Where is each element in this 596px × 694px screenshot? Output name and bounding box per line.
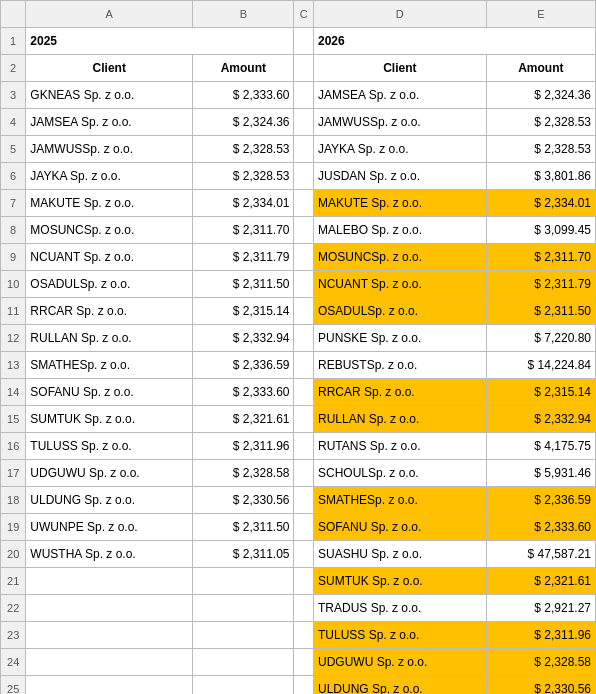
left-client-cell: MOSUNCSp. z o.o. (26, 217, 193, 244)
spacer (294, 217, 314, 244)
spacer (294, 379, 314, 406)
table-row: 12RULLAN Sp. z o.o.$ 2,332.94PUNSKE Sp. … (1, 325, 596, 352)
table-row: 4JAMSEA Sp. z o.o.$ 2,324.36JAMWUSSp. z … (1, 109, 596, 136)
left-amount-cell: $ 2,311.50 (193, 271, 294, 298)
right-client-cell: JAYKA Sp. z o.o. (313, 136, 486, 163)
table-row: 15SUMTUK Sp. z o.o.$ 2,321.61RULLAN Sp. … (1, 406, 596, 433)
left-amount-cell: $ 2,328.53 (193, 136, 294, 163)
right-amount-cell: $ 2,330.56 (486, 676, 595, 695)
row-num: 24 (1, 649, 26, 676)
right-client-cell: MOSUNCSp. z o.o. (313, 244, 486, 271)
row-num: 11 (1, 298, 26, 325)
left-amount-cell: $ 2,311.05 (193, 541, 294, 568)
right-amount-cell: $ 2,333.60 (486, 514, 595, 541)
left-client-cell: TULUSS Sp. z o.o. (26, 433, 193, 460)
spacer (294, 622, 314, 649)
right-client-cell: JAMWUSSp. z o.o. (313, 109, 486, 136)
left-amount-cell (193, 568, 294, 595)
right-amount-cell: $ 2,311.70 (486, 244, 595, 271)
col-e-header: E (486, 1, 595, 28)
table-row: 6JAYKA Sp. z o.o.$ 2,328.53JUSDAN Sp. z … (1, 163, 596, 190)
right-client-cell: NCUANT Sp. z o.o. (313, 271, 486, 298)
right-client-cell: TRADUS Sp. z o.o. (313, 595, 486, 622)
table-row: 9NCUANT Sp. z o.o.$ 2,311.79MOSUNCSp. z … (1, 244, 596, 271)
table-row: 17UDGUWU Sp. z o.o.$ 2,328.58SCHOULSp. z… (1, 460, 596, 487)
right-client-cell: SCHOULSp. z o.o. (313, 460, 486, 487)
right-amount-header: Amount (486, 55, 595, 82)
right-amount-cell: $ 2,328.53 (486, 136, 595, 163)
row-num: 2 (1, 55, 26, 82)
row-num: 5 (1, 136, 26, 163)
right-amount-cell: $ 2,324.36 (486, 82, 595, 109)
left-amount-cell: $ 2,311.70 (193, 217, 294, 244)
right-amount-cell: $ 2,334.01 (486, 190, 595, 217)
col-c-header: C (294, 1, 314, 28)
right-client-cell: SUMTUK Sp. z o.o. (313, 568, 486, 595)
left-client-cell: SUMTUK Sp. z o.o. (26, 406, 193, 433)
spacer (294, 109, 314, 136)
left-client-cell (26, 676, 193, 695)
table-row: 7MAKUTE Sp. z o.o.$ 2,334.01MAKUTE Sp. z… (1, 190, 596, 217)
right-amount-cell: $ 7,220.80 (486, 325, 595, 352)
left-client-cell: UDGUWU Sp. z o.o. (26, 460, 193, 487)
right-client-cell: RULLAN Sp. z o.o. (313, 406, 486, 433)
spacer (294, 325, 314, 352)
row-num: 22 (1, 595, 26, 622)
year-2025-label: 2025 (26, 28, 294, 55)
left-client-cell: RRCAR Sp. z o.o. (26, 298, 193, 325)
right-client-header: Client (313, 55, 486, 82)
spacer (294, 190, 314, 217)
right-client-cell: MALEBO Sp. z o.o. (313, 217, 486, 244)
left-amount-cell: $ 2,330.56 (193, 487, 294, 514)
left-amount-cell: $ 2,328.53 (193, 163, 294, 190)
row-num: 25 (1, 676, 26, 695)
spacer (294, 163, 314, 190)
left-amount-cell: $ 2,332.94 (193, 325, 294, 352)
table-row: 5JAMWUSSp. z o.o.$ 2,328.53JAYKA Sp. z o… (1, 136, 596, 163)
right-client-cell: OSADULSp. z o.o. (313, 298, 486, 325)
right-client-cell: SOFANU Sp. z o.o. (313, 514, 486, 541)
left-client-cell: JAMWUSSp. z o.o. (26, 136, 193, 163)
right-client-cell: MAKUTE Sp. z o.o. (313, 190, 486, 217)
spacer (294, 298, 314, 325)
row-num: 14 (1, 379, 26, 406)
right-amount-cell: $ 4,175.75 (486, 433, 595, 460)
left-amount-cell (193, 676, 294, 695)
table-row: 16TULUSS Sp. z o.o.$ 2,311.96RUTANS Sp. … (1, 433, 596, 460)
table-row: 19UWUNPE Sp. z o.o.$ 2,311.50SOFANU Sp. … (1, 514, 596, 541)
spacer (294, 352, 314, 379)
left-client-cell: OSADULSp. z o.o. (26, 271, 193, 298)
left-client-cell: ULDUNG Sp. z o.o. (26, 487, 193, 514)
spacer (294, 568, 314, 595)
table-row: 14SOFANU Sp. z o.o.$ 2,333.60RRCAR Sp. z… (1, 379, 596, 406)
left-amount-cell: $ 2,321.61 (193, 406, 294, 433)
left-amount-cell: $ 2,333.60 (193, 82, 294, 109)
left-amount-cell (193, 649, 294, 676)
left-client-cell: MAKUTE Sp. z o.o. (26, 190, 193, 217)
right-amount-cell: $ 14,224.84 (486, 352, 595, 379)
left-amount-header: Amount (193, 55, 294, 82)
row-num: 13 (1, 352, 26, 379)
table-row: 13SMATHESp. z o.o.$ 2,336.59REBUSTSp. z … (1, 352, 596, 379)
right-client-cell: RUTANS Sp. z o.o. (313, 433, 486, 460)
left-amount-cell: $ 2,311.50 (193, 514, 294, 541)
left-client-cell: GKNEAS Sp. z o.o. (26, 82, 193, 109)
spacer (294, 460, 314, 487)
col-b-header: B (193, 1, 294, 28)
right-client-cell: UDGUWU Sp. z o.o. (313, 649, 486, 676)
left-client-cell: SOFANU Sp. z o.o. (26, 379, 193, 406)
table-row: 11RRCAR Sp. z o.o.$ 2,315.14OSADULSp. z … (1, 298, 596, 325)
left-client-cell: WUSTHA Sp. z o.o. (26, 541, 193, 568)
row-num: 3 (1, 82, 26, 109)
spacer (294, 541, 314, 568)
spacer (294, 649, 314, 676)
right-client-cell: PUNSKE Sp. z o.o. (313, 325, 486, 352)
row-num: 23 (1, 622, 26, 649)
row-num: 1 (1, 28, 26, 55)
table-row: 18ULDUNG Sp. z o.o.$ 2,330.56SMATHESp. z… (1, 487, 596, 514)
row-num: 16 (1, 433, 26, 460)
right-amount-cell: $ 5,931.46 (486, 460, 595, 487)
row-num: 15 (1, 406, 26, 433)
table-row: 24UDGUWU Sp. z o.o.$ 2,328.58 (1, 649, 596, 676)
left-amount-cell: $ 2,333.60 (193, 379, 294, 406)
